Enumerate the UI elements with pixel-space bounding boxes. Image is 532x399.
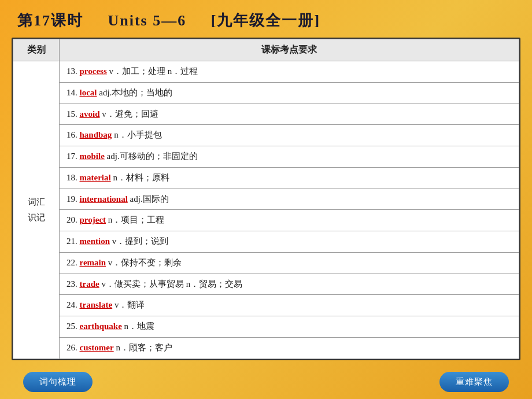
vocab-table: 类别 课标考点要求 词汇识记13. process v．加工；处理 n．过程14… (13, 39, 519, 359)
page-header: 第17课时 Units 5—6 [九年级全一册] (0, 0, 532, 38)
category-text: 词汇识记 (19, 194, 53, 226)
list-item: 19. international adj.国际的 (66, 194, 169, 204)
vocab-cell: 23. trade v．做买卖；从事贸易 n．贸易；交易 (60, 274, 519, 295)
table-row: 20. project n．项目；工程 (13, 210, 519, 231)
vocab-cell: 13. process v．加工；处理 n．过程 (60, 61, 519, 83)
list-item: 13. process v．加工；处理 n．过程 (66, 66, 198, 76)
vocab-cell: 21. mention v．提到；说到 (60, 231, 519, 253)
table-row: 17. mobile adj.可移动的；非固定的 (13, 146, 519, 168)
list-item: 25. earthquake n．地震 (66, 322, 154, 331)
vocab-cell: 22. remain v．保持不变；剩余 (60, 252, 519, 274)
table-row: 23. trade v．做买卖；从事贸易 n．贸易；交易 (13, 274, 519, 295)
list-item: 21. mention v．提到；说到 (66, 237, 168, 246)
list-item: 24. translate v．翻译 (66, 300, 145, 309)
vocab-cell: 19. international adj.国际的 (60, 189, 519, 210)
footer-bar: 词句梳理 重难聚焦 (0, 372, 532, 392)
table-row: 21. mention v．提到；说到 (13, 231, 519, 253)
btn-key-focus[interactable]: 重难聚焦 (439, 372, 509, 392)
vocab-cell: 20. project n．项目；工程 (60, 210, 519, 231)
list-item: 14. local adj.本地的；当地的 (66, 88, 172, 97)
vocab-cell: 24. translate v．翻译 (60, 295, 519, 316)
list-item: 22. remain v．保持不变；剩余 (66, 258, 182, 267)
list-item: 18. material n．材料；原料 (66, 173, 169, 182)
grade-label: [九年级全一册] (211, 12, 320, 29)
table-row: 25. earthquake n．地震 (13, 316, 519, 338)
vocab-cell: 18. material n．材料；原料 (60, 167, 519, 189)
table-row: 15. avoid v．避免；回避 (13, 104, 519, 125)
table-row: 词汇识记13. process v．加工；处理 n．过程 (13, 61, 519, 83)
list-item: 15. avoid v．避免；回避 (66, 109, 158, 119)
table-row: 24. translate v．翻译 (13, 295, 519, 316)
main-content: 类别 课标考点要求 词汇识记13. process v．加工；处理 n．过程14… (12, 38, 520, 360)
table-row: 16. handbag n．小手提包 (13, 125, 519, 146)
table-row: 19. international adj.国际的 (13, 189, 519, 210)
vocab-cell: 16. handbag n．小手提包 (60, 125, 519, 146)
list-item: 20. project n．项目；工程 (66, 215, 164, 224)
table-row: 14. local adj.本地的；当地的 (13, 82, 519, 104)
list-item: 17. mobile adj.可移动的；非固定的 (66, 152, 198, 161)
vocab-cell: 17. mobile adj.可移动的；非固定的 (60, 146, 519, 168)
list-item: 16. handbag n．小手提包 (66, 130, 162, 139)
table-row: 18. material n．材料；原料 (13, 167, 519, 189)
vocab-cell: 15. avoid v．避免；回避 (60, 104, 519, 125)
units-label: Units 5—6 (108, 12, 187, 29)
vocab-cell: 14. local adj.本地的；当地的 (60, 82, 519, 104)
col1-header: 类别 (13, 39, 60, 61)
vocab-cell: 25. earthquake n．地震 (60, 316, 519, 338)
btn-vocab-review[interactable]: 词句梳理 (23, 372, 93, 392)
table-row: 22. remain v．保持不变；剩余 (13, 252, 519, 274)
vocab-cell: 26. customer n．顾客；客户 (60, 337, 519, 359)
list-item: 26. customer n．顾客；客户 (66, 343, 172, 352)
lesson-label: 第17课时 (17, 12, 83, 29)
col2-header: 课标考点要求 (60, 39, 519, 61)
list-item: 23. trade v．做买卖；从事贸易 n．贸易；交易 (66, 279, 242, 289)
table-header-row: 类别 课标考点要求 (13, 39, 519, 61)
table-row: 26. customer n．顾客；客户 (13, 337, 519, 359)
category-cell: 词汇识记 (13, 61, 60, 359)
